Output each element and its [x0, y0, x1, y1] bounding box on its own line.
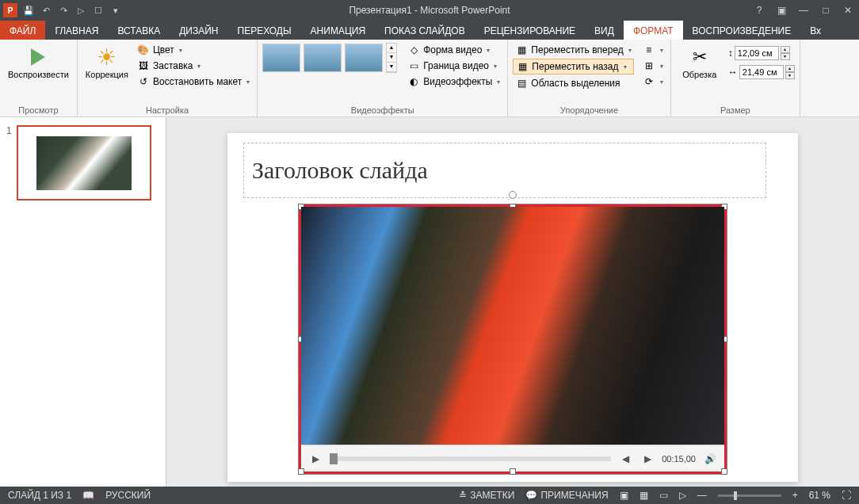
redo-button[interactable]: ↷: [55, 2, 71, 18]
minimize-button[interactable]: —: [796, 5, 811, 16]
tab-overflow[interactable]: Вх: [800, 21, 830, 40]
tab-insert[interactable]: ВСТАВКА: [108, 21, 170, 40]
reset-design-button[interactable]: ↺Восстановить макет▾: [135, 74, 252, 89]
slide-thumbnail-1[interactable]: 1: [6, 125, 159, 200]
height-down[interactable]: ▾: [781, 53, 790, 60]
close-button[interactable]: ✕: [840, 5, 856, 16]
align-button[interactable]: ≡▾: [640, 43, 666, 57]
spellcheck-button[interactable]: 📖: [82, 490, 94, 501]
group-label-adjust: Настройка: [82, 104, 252, 115]
bring-forward-icon: ▦: [515, 44, 528, 56]
notes-label: ЗАМЕТКИ: [470, 490, 514, 501]
workspace: 1 Заголовок слайда ▶: [0, 117, 859, 487]
video-style-gallery[interactable]: ▴▾▾: [262, 43, 397, 73]
height-spinner[interactable]: ↕ ▴▾: [728, 46, 795, 60]
tab-transitions[interactable]: ПЕРЕХОДЫ: [228, 21, 301, 40]
touch-mode-button[interactable]: ☐: [90, 2, 106, 18]
video-seek-track[interactable]: [330, 456, 611, 461]
align-icon: ≡: [643, 44, 655, 56]
handle-b[interactable]: [510, 468, 516, 475]
normal-view-button[interactable]: ▣: [620, 490, 628, 501]
corrections-button[interactable]: ☀ Коррекция: [82, 43, 132, 82]
handle-br[interactable]: [721, 468, 727, 475]
rotate-handle[interactable]: [509, 191, 517, 199]
play-icon: [31, 44, 45, 70]
bring-forward-button[interactable]: ▦Переместить вперед▾: [513, 43, 633, 57]
video-effects-label: Видеоэффекты: [423, 76, 492, 87]
tab-slideshow[interactable]: ПОКАЗ СЛАЙДОВ: [375, 21, 475, 40]
title-placeholder[interactable]: Заголовок слайда: [243, 143, 766, 198]
start-slideshow-button[interactable]: ▷: [73, 2, 89, 18]
style-thumb-2[interactable]: [304, 44, 342, 72]
handle-bl[interactable]: [298, 468, 304, 475]
height-icon: ↕: [728, 48, 733, 59]
slide-editor[interactable]: Заголовок слайда ▶ ◀ ▶ 00:15,00: [166, 117, 859, 487]
slideshow-view-button[interactable]: ▷: [679, 490, 686, 501]
fit-to-window-button[interactable]: ⛶: [842, 490, 851, 501]
ribbon-display-button[interactable]: ▣: [773, 5, 789, 16]
tab-review[interactable]: РЕЦЕНЗИРОВАНИЕ: [475, 21, 585, 40]
video-border-button[interactable]: ▭Граница видео▾: [405, 59, 502, 73]
selection-pane-button[interactable]: ▤Область выделения: [513, 76, 633, 90]
gallery-more-button[interactable]: ▴▾▾: [386, 43, 397, 73]
reading-view-button[interactable]: ▭: [659, 490, 668, 501]
zoom-in-button[interactable]: +: [792, 490, 798, 501]
video-shape-label: Форма видео: [423, 44, 482, 55]
zoom-out-button[interactable]: —: [697, 490, 707, 501]
zoom-level[interactable]: 61 %: [809, 490, 830, 501]
step-back-button[interactable]: ◀: [617, 451, 633, 467]
comments-button[interactable]: 💬 ПРИМЕЧАНИЯ: [525, 490, 608, 501]
play-button[interactable]: Воспроизвести: [5, 43, 72, 82]
rotate-button[interactable]: ⟳▾: [640, 74, 666, 89]
width-input[interactable]: [739, 65, 784, 79]
maximize-button[interactable]: □: [818, 5, 834, 16]
width-down[interactable]: ▾: [785, 72, 795, 79]
video-frame[interactable]: [301, 207, 724, 445]
style-thumb-3[interactable]: [345, 44, 383, 72]
qat-customize-icon[interactable]: ▾: [108, 2, 124, 18]
save-button[interactable]: 💾: [21, 2, 36, 18]
tab-home[interactable]: ГЛАВНАЯ: [45, 21, 108, 40]
zoom-slider[interactable]: [718, 494, 781, 497]
tab-design[interactable]: ДИЗАЙН: [170, 21, 227, 40]
notes-button[interactable]: ≛ ЗАМЕТКИ: [459, 490, 514, 501]
slide-indicator[interactable]: СЛАЙД 1 ИЗ 1: [8, 490, 71, 501]
group-button[interactable]: ⊞▾: [640, 59, 666, 73]
thumb-preview[interactable]: [17, 125, 151, 200]
height-up[interactable]: ▴: [781, 46, 790, 53]
seek-thumb[interactable]: [330, 453, 338, 464]
undo-button[interactable]: ↶: [38, 2, 54, 18]
tab-file[interactable]: ФАЙЛ: [0, 21, 45, 40]
poster-frame-button[interactable]: 🖼Заставка▾: [135, 59, 252, 73]
group-label-styles: Видеоэффекты: [262, 104, 502, 115]
tab-view[interactable]: ВИД: [585, 21, 624, 40]
group-arrange: ▦Переместить вперед▾ ▦Переместить назад▾…: [508, 40, 670, 116]
video-play-button[interactable]: ▶: [307, 451, 323, 467]
window-title: Презентация1 - Microsoft PowerPoint: [349, 5, 510, 16]
effects-icon: ◐: [407, 75, 420, 88]
video-shape-button[interactable]: ◇Форма видео▾: [405, 43, 502, 57]
crop-button[interactable]: ✂ Обрезка: [676, 43, 723, 82]
color-button[interactable]: 🎨Цвет▾: [135, 43, 252, 57]
width-up[interactable]: ▴: [785, 65, 795, 72]
tab-animation[interactable]: АНИМАЦИЯ: [301, 21, 375, 40]
send-backward-button[interactable]: ▦Переместить назад▾: [513, 59, 633, 74]
thumbnail-pane[interactable]: 1: [0, 117, 166, 487]
thumb-number: 1: [6, 125, 12, 200]
slide-canvas[interactable]: Заголовок слайда ▶ ◀ ▶ 00:15,00: [227, 133, 798, 482]
video-effects-button[interactable]: ◐Видеоэффекты▾: [405, 74, 502, 89]
height-input[interactable]: [735, 46, 779, 60]
help-button[interactable]: ?: [751, 5, 767, 16]
step-forward-button[interactable]: ▶: [639, 451, 655, 467]
tab-format[interactable]: ФОРМАТ: [624, 21, 683, 40]
video-object[interactable]: ▶ ◀ ▶ 00:15,00 🔊: [299, 204, 727, 474]
zoom-handle[interactable]: [734, 491, 737, 500]
width-spinner[interactable]: ↔ ▴▾: [728, 65, 795, 79]
bring-forward-label: Переместить вперед: [531, 44, 623, 55]
volume-button[interactable]: 🔊: [702, 451, 718, 467]
group-label-preview: Просмотр: [5, 104, 72, 115]
style-thumb-1[interactable]: [262, 44, 300, 72]
tab-playback[interactable]: ВОСПРОИЗВЕДЕНИЕ: [683, 21, 801, 40]
language-button[interactable]: РУССКИЙ: [105, 490, 151, 501]
sorter-view-button[interactable]: ▦: [639, 490, 648, 501]
